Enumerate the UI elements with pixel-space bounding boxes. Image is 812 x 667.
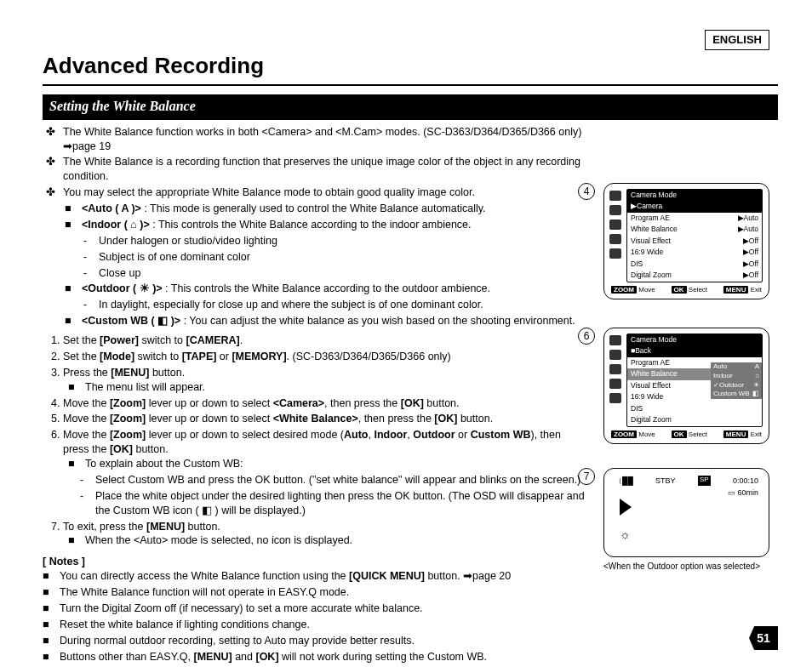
page-number-badge: 51	[749, 626, 778, 650]
step-item: To exit, press the [MENU] button. ■When …	[63, 520, 587, 549]
section-heading: Setting the White Balance	[43, 94, 778, 120]
osd-panel-7: 7 （██ STBY SP 0:00:10 ▭ 60min ☼ <When th…	[603, 468, 769, 573]
stby-label: STBY	[655, 476, 676, 486]
mode-indoor-sub: -Subject is of one dominant color	[83, 250, 587, 265]
osd-footer: ZOOM Move OK Select MENU Exit	[609, 430, 763, 440]
osd-row: Visual Effect▶Off	[627, 236, 762, 247]
mode-auto: ■<Auto ( A )> : This mode is generally u…	[65, 202, 587, 216]
osd-side-icons	[609, 335, 621, 403]
tape-icon: ▭	[728, 488, 735, 497]
osd-row: Program AE▶Auto	[627, 213, 762, 224]
play-indicator-icon	[620, 499, 632, 516]
step-item: Set the [Power] switch to [CAMERA].	[63, 334, 587, 348]
osd-row: Digital Zoom▶Off	[627, 270, 762, 281]
outdoor-icon: ☼	[620, 527, 631, 543]
mode-indoor: ■<Indoor ( ⌂ )> : This controls the Whit…	[65, 218, 587, 232]
step-item: Move the [Zoom] lever up or down to sele…	[63, 396, 587, 411]
language-tag: ENGLISH	[705, 30, 769, 50]
osd-row: DIS	[627, 403, 762, 414]
osd-row: 16:9 Wide▶Off	[627, 247, 762, 258]
mode-outdoor-sub: -In daylight, especially for close up an…	[83, 298, 587, 312]
osd-row: DIS▶Off	[627, 259, 762, 270]
osd-panel-6: 6 Camera Mode ■Back Program AE White Bal…	[603, 328, 769, 444]
step-circle-4: 4	[578, 183, 595, 200]
osd7-caption: <When the Outdoor option was selected>	[603, 561, 769, 573]
osd-submenu: AutoA Indoor⌂ ✓Outdoor☀ Custom WB◧	[711, 362, 762, 399]
timecode: 0:00:10	[733, 476, 758, 486]
osd-selected: ▶Camera	[627, 201, 762, 212]
osd-footer: ZOOM Move OK Select MENU Exit	[609, 286, 763, 295]
osd-panel-4: 4 Camera Mode ▶Camera Program AE▶Auto Wh…	[603, 183, 769, 299]
osd-title: Camera Mode	[627, 334, 762, 345]
main-content: ✤The White Balance function works in bot…	[43, 120, 587, 549]
mode-indoor-sub: -Close up	[83, 266, 587, 281]
sp-badge: SP	[698, 476, 711, 486]
remain-time: ▭ 60min	[728, 487, 758, 498]
osd-side-icons	[609, 191, 621, 259]
osd-row: White Balance▶Auto	[627, 224, 762, 235]
page-title: Advanced Recording	[43, 51, 778, 86]
osd-back: ■Back	[627, 345, 762, 356]
mode-customwb: ■<Custom WB ( ◧ )> : You can adjust the …	[65, 314, 587, 328]
step-circle-7: 7	[578, 468, 595, 485]
step-item: Move the [Zoom] lever up or down to sele…	[63, 428, 587, 517]
battery-icon: （██	[615, 476, 633, 486]
osd-title: Camera Mode	[627, 190, 762, 201]
step-item: Set the [Mode] switch to [TAPE] or [MEMO…	[63, 350, 587, 364]
mode-outdoor: ■<Outdoor ( ☀ )> : This controls the Whi…	[65, 282, 587, 296]
intro-bullet: ✤The White Balance is a recording functi…	[46, 155, 587, 184]
osd-row: Digital Zoom	[627, 414, 762, 425]
intro-bullet: ✤The White Balance function works in bot…	[46, 125, 587, 154]
step-item: Move the [Zoom] lever up or down to sele…	[63, 412, 587, 426]
intro-bullet: ✤You may select the appropriate White Ba…	[46, 185, 587, 200]
step-item: Press the [MENU] button. ■The menu list …	[63, 366, 587, 395]
step-circle-6: 6	[578, 328, 595, 345]
mode-indoor-sub: -Under halogen or studio/video lighting	[83, 234, 587, 248]
steps-list: Set the [Power] switch to [CAMERA]. Set …	[63, 334, 587, 548]
